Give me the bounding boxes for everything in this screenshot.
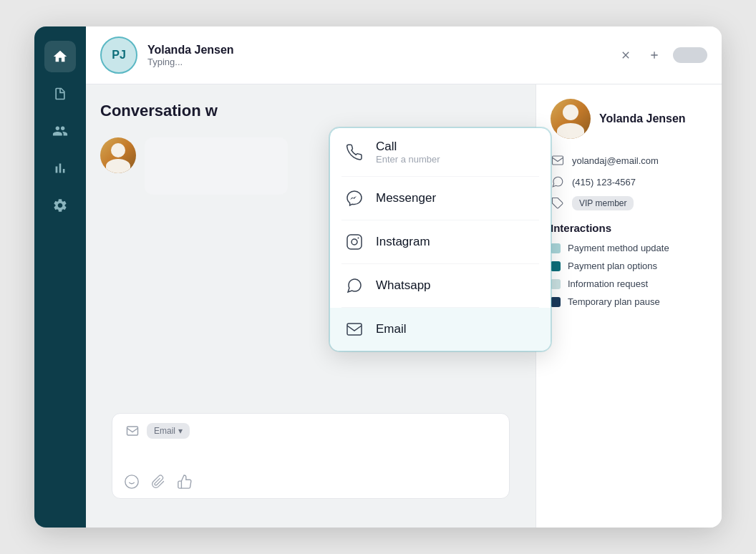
contact-email: yolandaj@email.com xyxy=(572,155,659,166)
svg-rect-0 xyxy=(127,427,138,435)
dropdown-sublabel-call: Enter a number xyxy=(376,154,536,165)
settings-icon xyxy=(52,198,68,213)
message-bubble xyxy=(145,137,288,195)
interaction-dot xyxy=(551,261,561,271)
dropdown-item-instagram[interactable]: Instagram xyxy=(330,220,551,263)
svg-point-1 xyxy=(125,475,138,488)
phone-icon xyxy=(344,142,364,162)
vip-row: VIP member xyxy=(551,196,707,210)
vip-badge: VIP member xyxy=(572,196,634,210)
message-avatar xyxy=(100,137,136,173)
typing-status: Typing... xyxy=(147,57,606,67)
analytics-icon xyxy=(52,160,68,176)
dropdown-label-call: Call xyxy=(376,140,536,154)
email-icon xyxy=(344,319,364,339)
interaction-label: Payment method update xyxy=(568,243,669,253)
dropdown-label-instagram: Instagram xyxy=(376,235,536,249)
interaction-dot xyxy=(551,279,561,289)
svg-rect-9 xyxy=(347,324,362,335)
interactions-list: Payment method update Payment plan optio… xyxy=(551,243,707,307)
interaction-row: Payment method update xyxy=(551,243,707,253)
contact-header: Yolanda Jensen xyxy=(551,99,707,139)
messenger-icon xyxy=(344,188,364,208)
sidebar-item-analytics[interactable] xyxy=(44,152,76,184)
contact-name: Yolanda Jensen xyxy=(599,112,686,125)
header-actions xyxy=(616,45,707,65)
dropdown-items-container: Call Enter a number Messenger Instagram … xyxy=(330,128,551,351)
whatsapp-contact-icon xyxy=(551,175,565,189)
expand-toggle[interactable] xyxy=(673,47,707,63)
sidebar-item-reports[interactable] xyxy=(44,78,76,110)
dropdown-arrow: ▾ xyxy=(178,426,183,436)
main-content: PJ Yolanda Jensen Typing... Conversation… xyxy=(86,26,722,528)
interaction-row: Temporary plan pause xyxy=(551,296,707,307)
svg-rect-4 xyxy=(553,156,563,165)
tag-icon xyxy=(551,196,565,210)
app-window: PJ Yolanda Jensen Typing... Conversation… xyxy=(34,26,722,528)
sidebar-item-contacts[interactable] xyxy=(44,115,76,147)
emoji-button[interactable] xyxy=(124,474,140,490)
dropdown-item-whatsapp[interactable]: Whatsapp xyxy=(330,264,551,307)
contact-phone: (415) 123-4567 xyxy=(572,177,636,188)
svg-point-7 xyxy=(352,239,357,245)
dropdown-item-call[interactable]: Call Enter a number xyxy=(330,128,551,176)
input-toolbar xyxy=(124,474,498,490)
reports-icon xyxy=(53,87,67,101)
header-info: Yolanda Jensen Typing... xyxy=(147,44,606,67)
message-input-area: Email ▾ xyxy=(112,413,510,499)
instagram-icon xyxy=(344,232,364,252)
email-icon xyxy=(551,153,565,167)
add-button[interactable] xyxy=(644,45,664,65)
interaction-label: Temporary plan pause xyxy=(568,296,660,307)
svg-point-8 xyxy=(358,238,359,239)
right-panel: Yolanda Jensen yolandaj@email.com xyxy=(536,84,722,528)
interaction-dot xyxy=(551,297,561,307)
interaction-label: Information request xyxy=(568,278,648,289)
chat-area: Conversation w xyxy=(86,84,722,528)
svg-rect-6 xyxy=(347,235,362,249)
contact-name-header: Yolanda Jensen xyxy=(147,44,606,57)
dropdown-item-messenger[interactable]: Messenger xyxy=(330,177,551,220)
contact-avatar xyxy=(551,99,591,139)
close-button[interactable] xyxy=(616,45,636,65)
channel-selector[interactable]: Email ▾ xyxy=(147,423,190,439)
interactions-title: Interactions xyxy=(551,222,707,234)
conversation-title: Conversation w xyxy=(100,102,521,120)
sidebar xyxy=(34,26,86,528)
dropdown-item-email[interactable]: Email xyxy=(330,308,551,351)
interaction-row: Payment plan options xyxy=(551,261,707,271)
avatar: PJ xyxy=(100,37,137,74)
attachment-button[interactable] xyxy=(151,475,165,489)
channel-label: Email xyxy=(154,426,175,436)
home-icon xyxy=(52,49,68,64)
sidebar-item-settings[interactable] xyxy=(44,190,76,221)
sidebar-item-home[interactable] xyxy=(44,41,76,72)
input-top: Email ▾ xyxy=(124,422,498,439)
dropdown-label-whatsapp: Whatsapp xyxy=(376,278,536,293)
email-channel-icon xyxy=(124,422,141,439)
interaction-label: Payment plan options xyxy=(568,261,657,271)
chat-header: PJ Yolanda Jensen Typing... xyxy=(86,26,722,84)
like-button[interactable] xyxy=(177,474,193,490)
channel-dropdown: Call Enter a number Messenger Instagram … xyxy=(329,127,551,351)
interaction-row: Information request xyxy=(551,278,707,289)
phone-row: (415) 123-4567 xyxy=(551,175,707,189)
dropdown-label-messenger: Messenger xyxy=(376,191,536,205)
email-row: yolandaj@email.com xyxy=(551,153,707,167)
whatsapp-icon xyxy=(344,276,364,296)
dropdown-label-email: Email xyxy=(376,322,536,336)
contacts-icon xyxy=(52,123,68,139)
interaction-dot xyxy=(551,243,561,253)
